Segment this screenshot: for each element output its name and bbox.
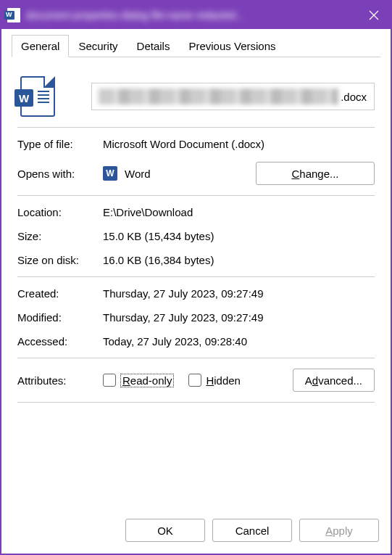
type-of-file-value: Microsoft Word Document (.docx) <box>103 138 375 150</box>
modified-label: Modified: <box>17 311 103 324</box>
titlebar: document properties dialog file-name red… <box>1 1 391 29</box>
divider <box>17 276 375 277</box>
accessed-value: Today, 27 July 2023, 09:28:40 <box>103 335 375 348</box>
created-label: Created: <box>17 287 103 300</box>
close-icon <box>369 10 379 20</box>
opens-with-value: Word <box>125 168 151 180</box>
size-on-disk-value: 16.0 KB (16,384 bytes) <box>103 254 375 266</box>
size-label: Size: <box>17 230 103 242</box>
location-label: Location: <box>17 206 103 218</box>
type-of-file-label: Type of file: <box>17 138 103 150</box>
cancel-button[interactable]: Cancel <box>212 519 292 542</box>
divider <box>17 358 375 358</box>
word-app-icon: W <box>103 166 117 181</box>
tab-security[interactable]: Security <box>69 35 127 57</box>
tab-general[interactable]: General <box>12 35 69 57</box>
readonly-label-text: ead-only <box>130 374 172 387</box>
hidden-checkbox[interactable]: Hidden <box>188 374 241 387</box>
divider <box>17 195 375 196</box>
divider <box>17 402 375 403</box>
advanced-button[interactable]: Advanced... <box>293 369 375 392</box>
created-value: Thursday, 27 July 2023, 09:27:49 <box>103 287 375 300</box>
change-button[interactable]: Change... <box>256 162 375 185</box>
dialog-footer: OK Cancel Apply <box>1 507 391 554</box>
word-doc-icon <box>7 8 20 22</box>
ok-button[interactable]: OK <box>125 519 205 542</box>
close-button[interactable] <box>357 1 391 29</box>
tab-strip: General Security Details Previous Versio… <box>12 35 380 57</box>
hidden-label-text: idden <box>214 374 241 387</box>
window-title: document properties dialog file-name red… <box>26 9 357 21</box>
size-on-disk-label: Size on disk: <box>17 254 103 266</box>
attributes-label: Attributes: <box>17 374 103 387</box>
word-file-icon: W <box>20 76 55 117</box>
opens-with-label: Opens with: <box>17 168 103 180</box>
properties-dialog: document properties dialog file-name red… <box>0 0 392 555</box>
checkbox-icon <box>103 374 116 387</box>
size-value: 15.0 KB (15,434 bytes) <box>103 230 375 242</box>
accessed-label: Accessed: <box>17 335 103 348</box>
location-value: E:\Drive\Download <box>103 206 375 218</box>
filename-input[interactable] <box>91 83 375 110</box>
modified-value: Thursday, 27 July 2023, 09:27:49 <box>103 311 375 324</box>
divider <box>17 127 375 128</box>
tab-previous-versions[interactable]: Previous Versions <box>179 35 285 57</box>
checkbox-icon <box>188 374 201 387</box>
general-panel: W Type of file: Microsoft Word Document … <box>12 57 380 507</box>
apply-button[interactable]: Apply <box>299 519 379 542</box>
readonly-checkbox[interactable]: Read-only <box>103 374 174 387</box>
tab-details[interactable]: Details <box>128 35 180 57</box>
